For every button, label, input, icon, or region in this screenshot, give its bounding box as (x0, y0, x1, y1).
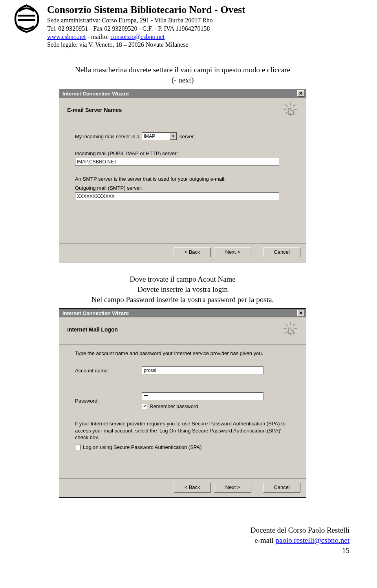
remember-password-label: Remember password (150, 403, 198, 409)
smtp-note: An SMTP server is the server that is use… (75, 176, 290, 182)
svg-line-17 (285, 332, 288, 334)
svg-line-8 (293, 104, 295, 107)
footer-email-link[interactable]: paolo.restelli@csbno.net (276, 536, 350, 544)
svg-line-9 (285, 112, 288, 114)
org-sede-legale: Sede legale: via V. Veneto, 18 – 20026 N… (47, 41, 245, 49)
svg-line-6 (285, 104, 288, 107)
logo (12, 4, 41, 33)
wizard-dialog-2: Internet Connection Wizard ✕ Internet Ma… (59, 308, 306, 498)
document-footer: Docente del Corso Paolo Restelli e-mail … (12, 525, 353, 555)
org-email-link[interactable]: consorzio@csbno.net (110, 33, 165, 40)
incoming-type-label-pre: My incoming mail server is a (75, 134, 139, 139)
incoming-type-select[interactable]: IMAP ▼ (142, 132, 177, 140)
close-button[interactable]: ✕ (297, 90, 304, 97)
org-tel: Tel. 02 9320951 - Fax 02 93209520 - C.F.… (47, 25, 245, 33)
svg-line-16 (293, 324, 295, 326)
close-button[interactable]: ✕ (297, 310, 304, 316)
outgoing-server-input[interactable]: XXXXXXXXXXXX (75, 192, 279, 200)
password-label: Password: (75, 398, 142, 404)
titlebar-text: Internet Connection Wizard (62, 91, 129, 97)
incoming-server-label: Incoming mail (POP3, IMAP or HTTP) serve… (75, 150, 290, 156)
document-header: Consorzio Sistema Bibliotecario Nord - O… (12, 4, 353, 49)
instruction-text-1: Nella mascherina dovrete settare il vari… (12, 65, 353, 85)
wizard-icon (282, 102, 298, 118)
org-name: Consorzio Sistema Bibliotecario Nord - O… (47, 4, 245, 16)
svg-line-14 (285, 324, 288, 326)
logon-instruction: Type the account name and password your … (75, 350, 290, 356)
titlebar-text: Internet Connection Wizard (62, 310, 129, 316)
cancel-button[interactable]: Cancel (263, 483, 300, 493)
org-website-link[interactable]: www.csbno.net (47, 33, 86, 40)
spa-checkbox-label: Log on using Secure Password Authenticat… (83, 444, 202, 450)
incoming-server-input[interactable]: IMAP.CSBNO.NET (75, 158, 279, 166)
cancel-button[interactable]: Cancel (263, 247, 300, 257)
titlebar: Internet Connection Wizard ✕ (59, 309, 306, 317)
wizard-icon (282, 321, 298, 337)
back-button[interactable]: < Back (174, 247, 211, 257)
next-button[interactable]: Next > (214, 483, 251, 493)
spa-instruction: If your Internet service provider requir… (75, 420, 290, 441)
next-button[interactable]: Next > (214, 247, 251, 257)
account-name-input[interactable]: prossi (142, 366, 264, 374)
back-button[interactable]: < Back (174, 483, 211, 493)
dialog-heading: E-mail Server Names (67, 107, 122, 113)
titlebar: Internet Connection Wizard ✕ (59, 89, 306, 98)
chevron-down-icon: ▼ (170, 133, 177, 140)
org-address: Sede amministrativa: Corso Europa, 291 -… (47, 16, 245, 25)
account-name-label: Account name: (75, 368, 142, 374)
incoming-type-label-post: server. (179, 134, 195, 139)
dialog-heading: Internet Mail Logon (67, 326, 118, 333)
instruction-text-2: Dove trovate il campo Acout Name Dovete … (12, 274, 353, 304)
org-links: www.csbno.net - mailto: consorzio@csbno.… (47, 33, 245, 41)
password-input[interactable]: ••••• (142, 392, 264, 400)
page-number: 15 (12, 546, 350, 556)
remember-password-checkbox[interactable]: ✓ (142, 404, 147, 409)
spa-checkbox[interactable] (75, 445, 81, 450)
outgoing-server-label: Outgoing mail (SMTP) server: (75, 185, 290, 191)
footer-author: Docente del Corso Paolo Restelli (12, 525, 350, 535)
wizard-dialog-1: Internet Connection Wizard ✕ E-mail Serv… (59, 89, 306, 262)
